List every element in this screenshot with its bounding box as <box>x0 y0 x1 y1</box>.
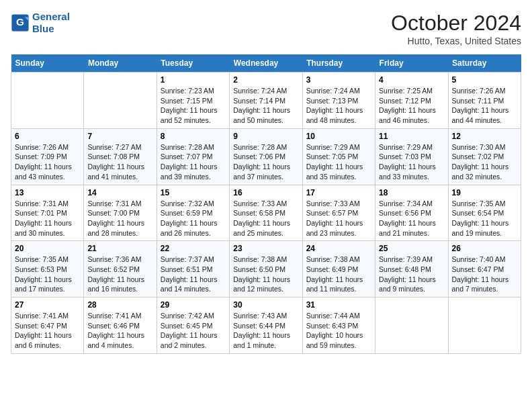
day-number: 4 <box>379 75 444 85</box>
day-number: 16 <box>233 188 298 197</box>
sunset-text: Sunset: 6:49 PM <box>306 265 359 273</box>
daylight-text: Daylight: 11 hours and 37 minutes. <box>233 163 290 181</box>
day-number: 21 <box>87 244 152 253</box>
cell-content: Sunrise: 7:35 AM Sunset: 6:53 PM Dayligh… <box>15 255 80 294</box>
cell-content: Sunrise: 7:42 AM Sunset: 6:45 PM Dayligh… <box>161 311 226 351</box>
calendar-cell: 30 Sunrise: 7:43 AM Sunset: 6:44 PM Dayl… <box>230 298 302 354</box>
sunrise-text: Sunrise: 7:30 AM <box>452 143 506 151</box>
day-number: 28 <box>87 300 152 310</box>
calendar-cell: 7 Sunrise: 7:27 AM Sunset: 7:08 PM Dayli… <box>84 128 157 185</box>
day-number: 19 <box>452 188 517 197</box>
day-number: 29 <box>161 300 226 310</box>
cell-content: Sunrise: 7:35 AM Sunset: 6:54 PM Dayligh… <box>452 199 517 238</box>
daylight-text: Daylight: 11 hours and 17 minutes. <box>15 275 72 293</box>
calendar-cell: 15 Sunrise: 7:32 AM Sunset: 6:59 PM Dayl… <box>157 185 229 241</box>
day-number: 3 <box>306 75 371 85</box>
sunrise-text: Sunrise: 7:24 AM <box>233 87 287 95</box>
sunset-text: Sunset: 6:46 PM <box>87 322 140 330</box>
calendar-cell: 6 Sunrise: 7:26 AM Sunset: 7:09 PM Dayli… <box>11 128 84 185</box>
daylight-text: Daylight: 11 hours and 14 minutes. <box>161 275 218 293</box>
sunrise-text: Sunrise: 7:32 AM <box>161 199 214 208</box>
cell-content: Sunrise: 7:31 AM Sunset: 7:01 PM Dayligh… <box>15 199 80 238</box>
logo-icon: G <box>11 13 30 32</box>
daylight-text: Daylight: 11 hours and 11 minutes. <box>306 275 363 293</box>
logo-line2: Blue <box>32 23 54 34</box>
day-number: 31 <box>306 300 371 310</box>
calendar-week-row: 6 Sunrise: 7:26 AM Sunset: 7:09 PM Dayli… <box>11 128 521 185</box>
calendar-cell: 2 Sunrise: 7:24 AM Sunset: 7:14 PM Dayli… <box>230 73 302 129</box>
calendar-cell: 14 Sunrise: 7:31 AM Sunset: 7:00 PM Dayl… <box>84 185 157 241</box>
cell-content: Sunrise: 7:44 AM Sunset: 6:43 PM Dayligh… <box>306 311 371 351</box>
cell-content: Sunrise: 7:34 AM Sunset: 6:56 PM Dayligh… <box>379 199 444 238</box>
sunrise-text: Sunrise: 7:38 AM <box>306 255 360 263</box>
calendar-cell: 26 Sunrise: 7:40 AM Sunset: 6:47 PM Dayl… <box>448 241 521 298</box>
sunrise-text: Sunrise: 7:43 AM <box>233 312 287 320</box>
weekday-header: Saturday <box>448 54 521 73</box>
sunrise-text: Sunrise: 7:36 AM <box>87 255 141 263</box>
day-number: 2 <box>233 75 298 85</box>
cell-content: Sunrise: 7:33 AM Sunset: 6:58 PM Dayligh… <box>233 199 298 238</box>
cell-content: Sunrise: 7:43 AM Sunset: 6:44 PM Dayligh… <box>233 311 298 351</box>
cell-content: Sunrise: 7:23 AM Sunset: 7:15 PM Dayligh… <box>161 86 226 126</box>
calendar-cell: 5 Sunrise: 7:26 AM Sunset: 7:11 PM Dayli… <box>448 73 521 129</box>
daylight-text: Daylight: 11 hours and 48 minutes. <box>306 106 363 124</box>
calendar-cell: 4 Sunrise: 7:25 AM Sunset: 7:12 PM Dayli… <box>375 73 448 129</box>
daylight-text: Daylight: 11 hours and 35 minutes. <box>306 163 363 181</box>
cell-content: Sunrise: 7:38 AM Sunset: 6:50 PM Dayligh… <box>233 255 298 294</box>
day-number: 20 <box>15 244 80 253</box>
calendar-week-row: 20 Sunrise: 7:35 AM Sunset: 6:53 PM Dayl… <box>11 241 521 298</box>
sunrise-text: Sunrise: 7:24 AM <box>306 87 360 95</box>
weekday-header: Sunday <box>11 54 84 73</box>
daylight-text: Daylight: 11 hours and 6 minutes. <box>15 331 72 349</box>
day-number: 13 <box>15 188 80 197</box>
daylight-text: Daylight: 11 hours and 41 minutes. <box>87 163 144 181</box>
sunrise-text: Sunrise: 7:37 AM <box>161 255 214 263</box>
daylight-text: Daylight: 11 hours and 21 minutes. <box>379 219 436 237</box>
sunrise-text: Sunrise: 7:39 AM <box>379 255 433 263</box>
calendar-cell: 19 Sunrise: 7:35 AM Sunset: 6:54 PM Dayl… <box>448 185 521 241</box>
svg-text:G: G <box>16 16 24 28</box>
daylight-text: Daylight: 11 hours and 1 minute. <box>233 331 290 349</box>
weekday-header-row: SundayMondayTuesdayWednesdayThursdayFrid… <box>11 54 521 73</box>
cell-content: Sunrise: 7:38 AM Sunset: 6:49 PM Dayligh… <box>306 255 371 294</box>
daylight-text: Daylight: 11 hours and 23 minutes. <box>306 219 363 237</box>
calendar-cell <box>11 73 84 129</box>
day-number: 6 <box>15 132 80 141</box>
calendar-week-row: 13 Sunrise: 7:31 AM Sunset: 7:01 PM Dayl… <box>11 185 521 241</box>
calendar-cell: 29 Sunrise: 7:42 AM Sunset: 6:45 PM Dayl… <box>157 298 229 354</box>
logo-line1: General <box>32 11 70 22</box>
sunset-text: Sunset: 7:09 PM <box>15 152 67 161</box>
day-number: 15 <box>161 188 226 197</box>
weekday-header: Friday <box>375 54 448 73</box>
sunset-text: Sunset: 6:54 PM <box>452 209 504 217</box>
calendar-cell <box>375 298 448 354</box>
sunset-text: Sunset: 6:44 PM <box>233 322 285 330</box>
title-block: October 2024 Hutto, Texas, United States <box>391 11 521 46</box>
sunset-text: Sunset: 6:52 PM <box>87 265 140 273</box>
calendar-table: SundayMondayTuesdayWednesdayThursdayFrid… <box>11 54 521 354</box>
sunset-text: Sunset: 6:51 PM <box>161 265 213 273</box>
day-number: 18 <box>379 188 444 197</box>
sunset-text: Sunset: 6:57 PM <box>306 209 359 217</box>
day-number: 10 <box>306 132 371 141</box>
cell-content: Sunrise: 7:26 AM Sunset: 7:11 PM Dayligh… <box>452 86 517 126</box>
weekday-header: Tuesday <box>157 54 229 73</box>
logo: G General Blue <box>11 11 70 35</box>
daylight-text: Daylight: 11 hours and 43 minutes. <box>15 163 72 181</box>
cell-content: Sunrise: 7:41 AM Sunset: 6:47 PM Dayligh… <box>15 311 80 351</box>
sunrise-text: Sunrise: 7:29 AM <box>306 143 360 151</box>
daylight-text: Daylight: 11 hours and 19 minutes. <box>452 219 509 237</box>
daylight-text: Daylight: 11 hours and 30 minutes. <box>15 219 72 237</box>
sunset-text: Sunset: 6:47 PM <box>452 265 504 273</box>
calendar-week-row: 27 Sunrise: 7:41 AM Sunset: 6:47 PM Dayl… <box>11 298 521 354</box>
month-title: October 2024 <box>391 11 521 36</box>
calendar-cell: 8 Sunrise: 7:28 AM Sunset: 7:07 PM Dayli… <box>157 128 229 185</box>
calendar-cell: 13 Sunrise: 7:31 AM Sunset: 7:01 PM Dayl… <box>11 185 84 241</box>
location: Hutto, Texas, United States <box>391 36 521 46</box>
calendar-cell: 1 Sunrise: 7:23 AM Sunset: 7:15 PM Dayli… <box>157 73 229 129</box>
weekday-header: Thursday <box>302 54 375 73</box>
cell-content: Sunrise: 7:37 AM Sunset: 6:51 PM Dayligh… <box>161 255 226 294</box>
sunset-text: Sunset: 6:59 PM <box>161 209 213 217</box>
cell-content: Sunrise: 7:28 AM Sunset: 7:06 PM Dayligh… <box>233 142 298 182</box>
sunset-text: Sunset: 7:07 PM <box>161 152 213 161</box>
